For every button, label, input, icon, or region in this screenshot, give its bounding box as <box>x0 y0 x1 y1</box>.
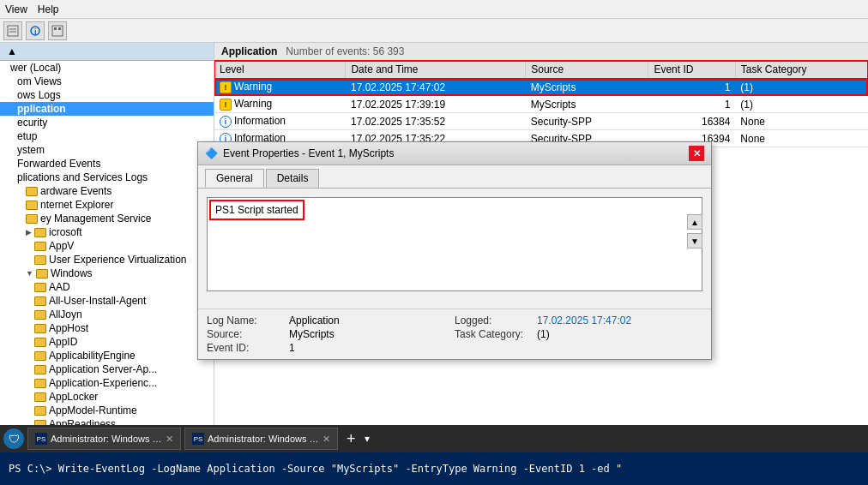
row-datetime: 17.02.2025 17:35:52 <box>346 113 526 130</box>
sidebar-item-aad[interactable]: AAD <box>0 280 214 294</box>
row-source: MyScripts <box>526 79 648 96</box>
table-row[interactable]: iInformation 17.02.2025 17:35:52 Securit… <box>214 113 868 130</box>
log-name-label: Log Name: <box>207 314 284 326</box>
folder-icon <box>34 296 46 306</box>
taskbar-tab-2[interactable]: PS Administrator: Windows Powe ✕ <box>184 428 338 450</box>
terminal-output: PS C:\> Write-EventLog -LogName Applicat… <box>0 452 868 485</box>
folder-icon <box>34 338 46 347</box>
sidebar-item-hardware-events[interactable]: ardware Events <box>0 184 214 198</box>
powershell-icon-2: PS <box>192 433 204 445</box>
sidebar-item-kms[interactable]: ey Management Service <box>0 212 214 225</box>
folder-icon <box>34 324 46 333</box>
sidebar-header: ▲ <box>0 43 214 61</box>
new-tab-button[interactable]: + <box>341 430 361 448</box>
col-datetime[interactable]: Date and Time <box>346 61 526 79</box>
scroll-down-button[interactable]: ▼ <box>687 233 702 248</box>
sidebar-item-apphost[interactable]: AppHost <box>0 321 214 335</box>
sidebar-collapse[interactable]: ▲ <box>7 45 17 57</box>
row-level: iInformation <box>214 113 346 130</box>
sidebar-item-appreadiness[interactable]: AppReadiness <box>0 417 214 425</box>
sidebar-item-application[interactable]: pplication <box>0 102 214 116</box>
sidebar-item-app-experience[interactable]: Application-Experienc... <box>0 376 214 390</box>
dialog-general-content: PS1 Script started ▲ ▼ <box>198 189 711 308</box>
toolbar-btn-2[interactable]: i <box>26 21 45 40</box>
sidebar-item-alljoyn[interactable]: AllJoyn <box>0 308 214 321</box>
sidebar-item-app-server[interactable]: Application Server-Ap... <box>0 362 214 376</box>
sidebar-item-wer-local[interactable]: wer (Local) <box>0 61 214 75</box>
sidebar-item-windows[interactable]: ▼Windows <box>0 266 214 280</box>
sidebar-item-microsoft[interactable]: ▶icrosoft <box>0 225 214 239</box>
dropdown-btn[interactable]: ▾ <box>365 433 370 445</box>
info-icon: i <box>220 116 232 128</box>
table-row[interactable]: !Warning 17.02.2025 17:39:19 MyScripts 1… <box>214 96 868 113</box>
taskbar-tab-2-close[interactable]: ✕ <box>322 434 330 445</box>
footer-source: Source: MyScripts <box>207 328 455 340</box>
sidebar-item-appid[interactable]: AppID <box>0 335 214 349</box>
svg-rect-7 <box>58 27 61 30</box>
event-count: Number of events: 56 393 <box>286 45 404 57</box>
sidebar-item-windows-logs[interactable]: ows Logs <box>0 88 214 102</box>
row-taskcategory: None <box>735 130 867 147</box>
col-eventid[interactable]: Event ID <box>648 61 735 79</box>
menu-help[interactable]: Help <box>38 3 59 15</box>
tab-details[interactable]: Details <box>266 169 320 188</box>
scroll-up-button[interactable]: ▲ <box>687 214 702 230</box>
event-message-box: PS1 Script started <box>207 197 702 291</box>
svg-rect-0 <box>8 26 18 36</box>
sidebar-item-appmodel-runtime[interactable]: AppModel-Runtime <box>0 404 214 417</box>
footer-logged: Logged: 17.02.2025 17:47:02 <box>455 314 702 326</box>
sidebar-item-applocker[interactable]: AppLocker <box>0 390 214 404</box>
col-source[interactable]: Source <box>526 61 648 79</box>
log-name-value: Application <box>289 314 340 326</box>
row-eventid: 1 <box>648 79 735 96</box>
sidebar-item-system[interactable]: ystem <box>0 143 214 157</box>
sidebar-item-custom-views[interactable]: om Views <box>0 75 214 88</box>
taskbar: 🛡 PS Administrator: Windows Power ✕ PS A… <box>0 425 868 485</box>
sidebar-item-appv[interactable]: AppV <box>0 239 214 253</box>
dialog-tabs: General Details <box>198 165 711 189</box>
folder-icon <box>34 379 46 388</box>
warning-icon: ! <box>220 81 232 93</box>
row-source: Security-SPP <box>526 113 648 130</box>
menu-view[interactable]: View <box>5 3 27 15</box>
sidebar-item-uev[interactable]: User Experience Virtualization <box>0 253 214 266</box>
sidebar-item-security[interactable]: ecurity <box>0 116 214 129</box>
dialog-close-button[interactable]: ✕ <box>689 146 704 161</box>
col-level[interactable]: Level <box>214 61 346 79</box>
col-taskcategory[interactable]: Task Category <box>735 61 867 79</box>
folder-icon <box>34 310 46 320</box>
row-datetime: 17.02.2025 17:39:19 <box>346 96 526 113</box>
footer-event-id: Event ID: 1 <box>207 342 455 354</box>
folder-icon <box>34 255 46 265</box>
folder-icon <box>34 406 46 416</box>
sidebar-item-forwarded-events[interactable]: Forwarded Events <box>0 157 214 171</box>
svg-text:i: i <box>34 27 37 36</box>
footer-log-name: Log Name: Application <box>207 314 455 326</box>
taskbar-tab-2-label: Administrator: Windows Powe <box>208 434 319 444</box>
footer-task-category: Task Category: (1) <box>455 328 702 340</box>
folder-icon <box>26 214 38 224</box>
tab-general[interactable]: General <box>205 169 264 188</box>
folder-icon <box>34 242 46 251</box>
row-taskcategory: (1) <box>735 96 867 113</box>
sidebar-item-setup[interactable]: etup <box>0 129 214 143</box>
taskbar-tab-1-close[interactable]: ✕ <box>166 434 173 445</box>
sidebar-item-all-user[interactable]: All-User-Install-Agent <box>0 294 214 308</box>
sidebar-item-ie[interactable]: nternet Explorer <box>0 198 214 212</box>
row-taskcategory: (1) <box>735 79 867 96</box>
row-source: MyScripts <box>526 96 648 113</box>
row-eventid: 16384 <box>648 113 735 130</box>
dialog-footer: Log Name: Application Logged: 17.02.2025… <box>198 308 711 359</box>
sidebar-item-applicability-engine[interactable]: ApplicabilityEngine <box>0 349 214 362</box>
taskbar-tab-1[interactable]: PS Administrator: Windows Power ✕ <box>27 428 181 450</box>
row-eventid: 1 <box>648 96 735 113</box>
content-title: Application <box>221 45 277 57</box>
event-table: Level Date and Time Source Event ID Task… <box>214 61 868 147</box>
sidebar-item-app-services-logs[interactable]: plications and Services Logs <box>0 171 214 184</box>
toolbar-btn-3[interactable] <box>48 21 67 40</box>
toolbar-btn-1[interactable] <box>3 21 22 40</box>
table-row[interactable]: !Warning 17.02.2025 17:47:02 MyScripts 1… <box>214 79 868 96</box>
event-id-label: Event ID: <box>207 342 284 354</box>
folder-icon <box>34 392 46 402</box>
source-label: Source: <box>207 328 284 340</box>
